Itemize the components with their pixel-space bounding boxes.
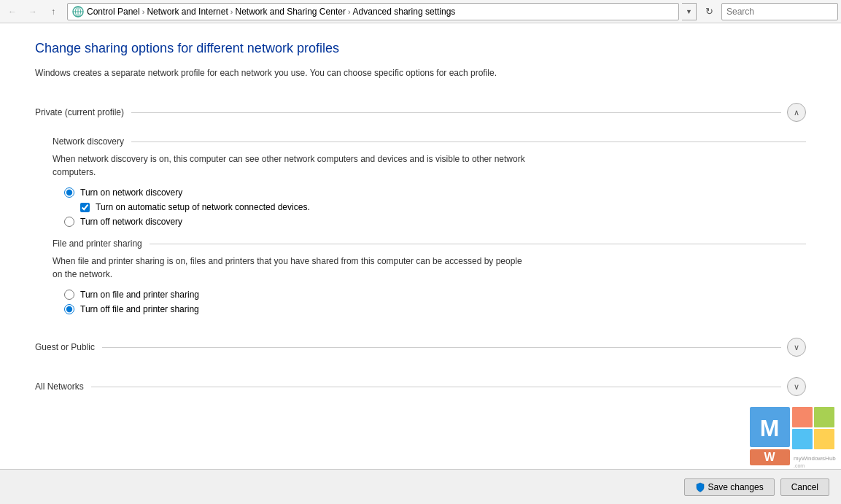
radio-turn-on-discovery[interactable] [64, 187, 74, 198]
breadcrumb-sep-3: › [348, 7, 351, 16]
option-turn-off-discovery: Turn off network discovery [64, 217, 806, 227]
address-bar: ← → ↑ Control Panel › Network and Intern… [0, 0, 841, 23]
network-discovery-label: Network discovery [53, 136, 124, 147]
page-title: Change sharing options for different net… [35, 41, 806, 56]
page-description: Windows creates a separate network profi… [35, 66, 546, 80]
breadcrumb-control-panel[interactable]: Control Panel [87, 7, 140, 17]
network-discovery-subsection: Network discovery When network discovery… [53, 136, 806, 227]
network-discovery-description: When network discovery is on, this compu… [53, 152, 527, 179]
shield-icon [695, 482, 705, 492]
guest-public-section-header: Guest or Public ∨ [35, 332, 806, 363]
guest-public-section-toggle[interactable]: ∨ [787, 338, 806, 357]
guest-public-section-line [102, 347, 781, 348]
radio-turn-off-file-sharing[interactable] [64, 304, 74, 314]
option-turn-off-discovery-label: Turn off network discovery [80, 217, 182, 227]
all-networks-section-header: All Networks ∨ [35, 371, 806, 402]
save-changes-label: Save changes [708, 482, 764, 492]
breadcrumb: Control Panel › Network and Internet › N… [67, 3, 679, 20]
search-input[interactable] [726, 7, 833, 17]
address-dropdown[interactable]: ▼ [682, 3, 697, 20]
search-box [721, 3, 838, 20]
option-turn-on-file-sharing-label: Turn on file and printer sharing [80, 290, 199, 300]
all-networks-section-label: All Networks [35, 381, 84, 392]
option-turn-on-file-sharing: Turn on file and printer sharing [64, 290, 806, 300]
option-turn-on-discovery: Turn on network discovery [64, 187, 806, 198]
option-turn-on-discovery-label: Turn on network discovery [80, 187, 182, 198]
private-section-line [131, 112, 781, 113]
bottom-bar: Save changes Cancel [0, 469, 841, 504]
guest-public-section: Guest or Public ∨ [35, 332, 806, 365]
nav-buttons: ← → ↑ [3, 2, 63, 21]
network-discovery-header: Network discovery [53, 136, 806, 147]
file-sharing-label: File and printer sharing [53, 239, 142, 249]
radio-turn-off-discovery[interactable] [64, 217, 74, 227]
option-auto-setup: Turn on automatic setup of network conne… [64, 202, 806, 212]
radio-turn-on-file-sharing[interactable] [64, 290, 74, 300]
network-icon [72, 6, 84, 18]
file-sharing-subsection: File and printer sharing When file and p… [53, 239, 806, 314]
file-sharing-description: When file and printer sharing is on, fil… [53, 255, 527, 281]
cancel-label: Cancel [791, 482, 818, 492]
back-button[interactable]: ← [3, 2, 22, 21]
all-networks-section-toggle[interactable]: ∨ [787, 377, 806, 396]
file-sharing-line [150, 244, 806, 244]
network-discovery-line [131, 141, 806, 142]
cancel-button[interactable]: Cancel [780, 478, 829, 496]
breadcrumb-advanced-sharing: Advanced sharing settings [353, 7, 456, 17]
network-discovery-options: Turn on network discovery Turn on automa… [53, 187, 806, 227]
breadcrumb-sep-1: › [142, 7, 145, 16]
private-section-header: Private (current profile) ∧ [35, 97, 806, 128]
main-content: Change sharing options for different net… [0, 23, 841, 469]
checkbox-auto-setup[interactable] [80, 203, 90, 212]
all-networks-section-line [91, 387, 781, 387]
guest-public-section-label: Guest or Public [35, 342, 95, 352]
up-button[interactable]: ↑ [44, 2, 63, 21]
option-turn-off-file-sharing: Turn off file and printer sharing [64, 304, 806, 314]
breadcrumb-network-internet[interactable]: Network and Internet [147, 7, 228, 17]
private-section-body: Network discovery When network discovery… [35, 136, 806, 326]
option-turn-off-file-sharing-label: Turn off file and printer sharing [80, 304, 199, 314]
forward-button[interactable]: → [23, 2, 42, 21]
private-section-label: Private (current profile) [35, 107, 124, 117]
all-networks-section: All Networks ∨ [35, 371, 806, 405]
private-section-toggle[interactable]: ∧ [787, 103, 806, 122]
file-sharing-options: Turn on file and printer sharing Turn of… [53, 290, 806, 314]
file-sharing-header: File and printer sharing [53, 239, 806, 249]
refresh-button[interactable]: ↻ [699, 2, 718, 21]
save-changes-button[interactable]: Save changes [684, 478, 775, 496]
breadcrumb-sep-2: › [230, 7, 233, 16]
private-section: Private (current profile) ∧ Network disc… [35, 97, 806, 326]
option-auto-setup-label: Turn on automatic setup of network conne… [96, 202, 310, 212]
breadcrumb-network-sharing[interactable]: Network and Sharing Center [235, 7, 345, 17]
